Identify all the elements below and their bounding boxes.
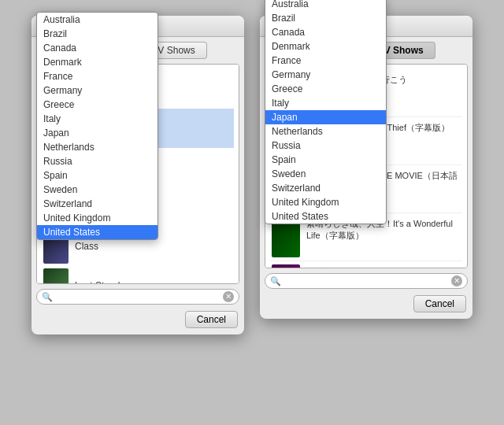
country-us-left[interactable]: United States xyxy=(37,225,158,239)
right-bottom-bar: Cancel xyxy=(260,292,472,319)
show-title-5: T.（字幕版） xyxy=(306,264,461,268)
movie-title-stand: Last Stand xyxy=(75,280,232,284)
left-search-bar: 🔍 ✕ xyxy=(36,289,239,305)
country-australia-right[interactable]: Australia xyxy=(265,0,386,11)
country-brazil-left[interactable]: Brazil xyxy=(37,27,158,41)
country-switzerland-right[interactable]: Switzerland xyxy=(265,181,386,195)
country-spain-left[interactable]: Spain xyxy=(37,168,158,183)
country-sweden-left[interactable]: Sweden xyxy=(37,183,158,197)
country-france-left[interactable]: France xyxy=(37,69,158,83)
left-window: Covered Music Movies TV Shows The Wolver… xyxy=(32,16,244,334)
show-thumb-5 xyxy=(272,264,300,268)
country-greece-right[interactable]: Greece xyxy=(265,82,386,96)
clear-search-left[interactable]: ✕ xyxy=(223,291,234,302)
country-dropdown-left: Australia Brazil Canada Denmark France G… xyxy=(36,12,158,240)
right-search-bar: 🔍 ✕ xyxy=(265,273,468,289)
search-icon-left: 🔍 xyxy=(42,292,53,302)
search-input-left[interactable] xyxy=(56,291,220,302)
country-japan-left[interactable]: Japan xyxy=(37,126,158,140)
movie-thumb-stand xyxy=(43,268,69,284)
country-russia-left[interactable]: Russia xyxy=(37,154,158,168)
country-switzerland-left[interactable]: Switzerland xyxy=(37,197,158,211)
country-denmark-right[interactable]: Denmark xyxy=(265,39,386,54)
country-germany-right[interactable]: Germany xyxy=(265,68,386,82)
country-australia-left[interactable]: Australia xyxy=(37,13,158,27)
show-item-5[interactable]: T.（字幕版） xyxy=(270,261,462,268)
left-bottom-bar: Cancel xyxy=(32,308,244,334)
country-russia-right[interactable]: Russia xyxy=(265,139,386,153)
country-sweden-right[interactable]: Sweden xyxy=(265,167,386,181)
country-japan-right[interactable]: Japan xyxy=(265,110,386,124)
country-denmark-left[interactable]: Denmark xyxy=(37,55,158,69)
country-dropdown-right: Australia Brazil Canada Denmark France G… xyxy=(265,0,387,224)
right-window: Covered Music Movies TV Shows 僕達急行 A列車で行… xyxy=(260,16,472,319)
country-greece-left[interactable]: Greece xyxy=(37,98,158,112)
country-us-right[interactable]: United States xyxy=(265,209,386,224)
movie-item-stand[interactable]: Last Stand xyxy=(42,266,234,284)
country-italy-left[interactable]: Italy xyxy=(37,112,158,126)
cancel-button-right[interactable]: Cancel xyxy=(413,295,466,312)
country-germany-left[interactable]: Germany xyxy=(37,83,158,98)
country-italy-right[interactable]: Italy xyxy=(265,96,386,110)
country-brazil-right[interactable]: Brazil xyxy=(265,11,386,25)
search-input-right[interactable] xyxy=(284,275,448,286)
cancel-button-left[interactable]: Cancel xyxy=(185,311,238,328)
country-spain-right[interactable]: Spain xyxy=(265,153,386,167)
search-icon-right: 🔍 xyxy=(270,276,281,286)
clear-search-right[interactable]: ✕ xyxy=(451,275,462,286)
country-uk-right[interactable]: United Kingdom xyxy=(265,195,386,209)
movie-title-class: Class xyxy=(75,241,232,252)
country-uk-left[interactable]: United Kingdom xyxy=(37,211,158,225)
country-canada-left[interactable]: Canada xyxy=(37,41,158,55)
country-netherlands-left[interactable]: Netherlands xyxy=(37,140,158,154)
country-france-right[interactable]: France xyxy=(265,54,386,68)
country-netherlands-right[interactable]: Netherlands xyxy=(265,124,386,139)
country-canada-right[interactable]: Canada xyxy=(265,25,386,39)
